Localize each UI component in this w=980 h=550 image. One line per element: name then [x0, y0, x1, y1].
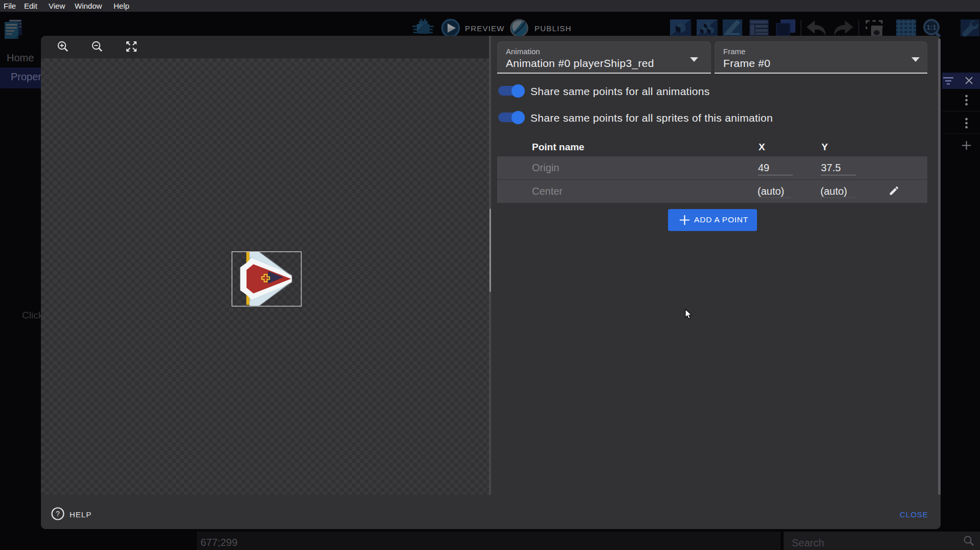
- svg-text:1:1: 1:1: [927, 24, 937, 31]
- svg-text:?: ?: [56, 510, 60, 518]
